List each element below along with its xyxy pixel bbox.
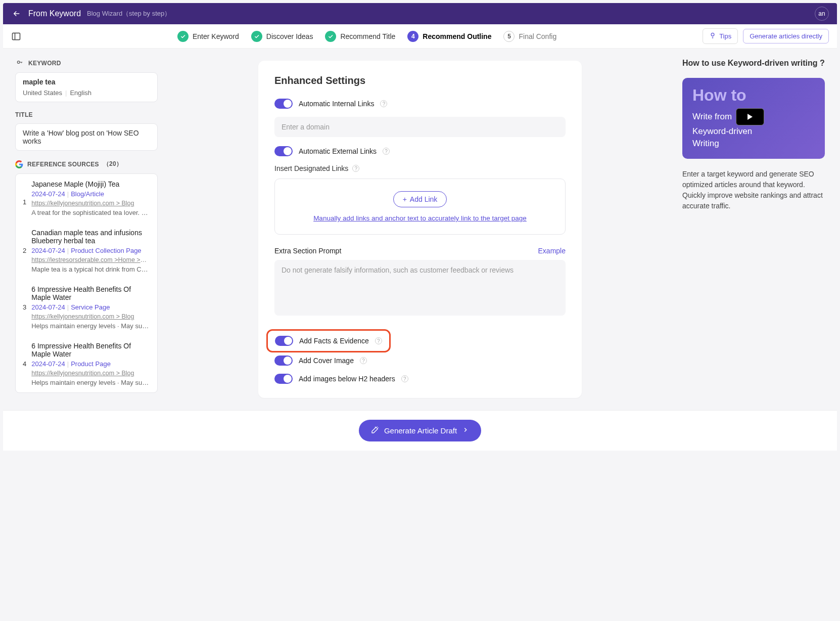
check-icon	[251, 31, 262, 42]
auto-external-label: Automatic External Links	[299, 147, 377, 155]
step-label: Recommend Title	[340, 32, 395, 40]
enhanced-settings-card: Enhanced Settings Automatic Internal Lin…	[258, 61, 582, 398]
reference-list: 1Japanese Maple (Mojiji) Tea2024-07-24|B…	[15, 173, 158, 393]
right-description: Enter a target keyword and generate SEO …	[682, 169, 825, 211]
ref-type: Service Page	[71, 303, 110, 311]
link-help-text[interactable]: Manually add links and anchor text to ac…	[287, 214, 553, 222]
header-subtitle: Blog Wizard（step by step）	[87, 9, 171, 18]
insert-links-label: Insert Designated Links ?	[274, 164, 566, 172]
help-icon[interactable]: ?	[383, 148, 390, 155]
add-h2-images-row: Add images below H2 headers ?	[274, 374, 566, 384]
video-big-text: How to	[692, 87, 815, 103]
check-icon	[177, 31, 189, 42]
stepper-bar: Enter KeywordDiscover IdeasRecommend Tit…	[3, 24, 837, 49]
add-cover-row: Add Cover Image ?	[274, 356, 566, 366]
auto-internal-toggle[interactable]	[274, 99, 293, 109]
ref-desc: Maple tea is a typical hot drink from Ca…	[31, 265, 150, 273]
example-link[interactable]: Example	[538, 247, 566, 255]
user-avatar[interactable]: an	[815, 7, 829, 21]
add-facts-highlight: Add Facts & Evidence ?	[266, 329, 391, 352]
keyword-card[interactable]: maple tea United States|English	[15, 72, 158, 102]
tutorial-video-card[interactable]: How to Write from Keyword-driven Writing	[682, 78, 825, 159]
step-1[interactable]: Enter Keyword	[177, 31, 239, 42]
ref-title: 6 Impressive Health Benefits Of Maple Wa…	[31, 285, 150, 301]
chevron-right-icon	[462, 426, 469, 435]
step-label: Enter Keyword	[193, 32, 239, 40]
ref-title: Canadian maple teas and infusions Bluebe…	[31, 229, 150, 245]
domain-input[interactable]	[274, 117, 566, 137]
ref-date: 2024-07-24	[31, 190, 65, 198]
help-icon[interactable]: ?	[352, 165, 359, 172]
auto-external-row: Automatic External Links ?	[274, 146, 566, 156]
generate-directly-button[interactable]: Generate articles directly	[743, 29, 829, 43]
step-2[interactable]: Discover Ideas	[251, 31, 313, 42]
check-icon	[325, 31, 336, 42]
generate-directly-label: Generate articles directly	[750, 32, 822, 40]
ref-date: 2024-07-24	[31, 360, 65, 368]
tips-button[interactable]: Tips	[703, 28, 738, 44]
panel-toggle-icon[interactable]	[11, 31, 21, 41]
ref-url: https://lestresorsderable.com >Home >Dri…	[31, 256, 150, 263]
ref-url: https://kellyjonesnutrition.com > Blog	[31, 370, 150, 377]
svg-point-3	[17, 61, 20, 64]
right-title: How to use Keyword-driven writing ?	[682, 59, 825, 68]
app-header: From Keyword Blog Wizard（step by step） a…	[3, 3, 837, 24]
auto-internal-row: Automatic Internal Links ?	[274, 99, 566, 109]
keyword-value: maple tea	[23, 78, 150, 86]
add-h2-images-toggle[interactable]	[274, 374, 293, 384]
right-sidebar: How to use Keyword-driven writing ? How …	[670, 49, 837, 410]
svg-rect-0	[13, 33, 20, 39]
add-facts-label: Add Facts & Evidence	[299, 337, 369, 345]
card-title: Enhanced Settings	[274, 75, 566, 86]
ref-number: 4	[23, 360, 26, 386]
step-3[interactable]: Recommend Title	[325, 31, 395, 42]
generate-draft-button[interactable]: Generate Article Draft	[359, 420, 481, 441]
auto-internal-label: Automatic Internal Links	[299, 100, 374, 108]
step-label: Discover Ideas	[266, 32, 313, 40]
ref-url: https://kellyjonesnutrition.com > Blog	[31, 313, 150, 320]
ref-title: Japanese Maple (Mojiji) Tea	[31, 180, 150, 188]
add-link-button[interactable]: + Add Link	[393, 191, 447, 207]
extra-prompt-textarea[interactable]	[274, 260, 566, 316]
auto-external-toggle[interactable]	[274, 146, 293, 156]
step-4[interactable]: 4Recommend Outline	[407, 31, 491, 42]
add-h2-images-label: Add images below H2 headers	[299, 375, 395, 383]
extra-prompt-label: Extra Section Prompt	[274, 247, 341, 255]
plus-icon: +	[403, 195, 407, 203]
ref-desc: A treat for the sophisticated tea lover.…	[31, 209, 150, 216]
ref-type: Product Page	[71, 360, 111, 368]
help-icon[interactable]: ?	[380, 100, 387, 107]
wand-icon	[371, 426, 379, 435]
step-number-icon: 4	[407, 31, 418, 42]
reference-item[interactable]: 2Canadian maple teas and infusions Blueb…	[16, 223, 157, 279]
header-title: From Keyword	[28, 9, 81, 18]
ref-date: 2024-07-24	[31, 247, 65, 254]
help-icon[interactable]: ?	[360, 357, 367, 364]
play-button[interactable]	[736, 108, 764, 125]
key-icon	[15, 59, 24, 67]
generate-draft-label: Generate Article Draft	[384, 426, 457, 435]
google-icon	[15, 160, 23, 168]
ref-number: 2	[23, 247, 26, 273]
insert-links-box: + Add Link Manually add links and anchor…	[274, 179, 566, 235]
play-icon	[748, 114, 753, 120]
ref-number: 3	[23, 303, 26, 330]
title-card[interactable]: Write a 'How' blog post on 'How SEO work…	[15, 123, 158, 151]
help-icon[interactable]: ?	[375, 337, 382, 344]
ref-type: Blog/Article	[71, 190, 104, 198]
keyword-section-label: KEYWORD	[15, 59, 158, 67]
step-5[interactable]: 5Final Config	[503, 31, 556, 42]
help-icon[interactable]: ?	[401, 375, 408, 382]
step-label: Final Config	[519, 32, 556, 40]
step-label: Recommend Outline	[423, 32, 491, 40]
back-arrow-icon[interactable]	[11, 9, 22, 18]
add-cover-toggle[interactable]	[274, 356, 293, 366]
reference-item[interactable]: 1Japanese Maple (Mojiji) Tea2024-07-24|B…	[16, 174, 157, 223]
ref-section-label: REFERENCE SOURCES（20）	[15, 160, 158, 168]
reference-item[interactable]: 46 Impressive Health Benefits Of Maple W…	[16, 336, 157, 392]
reference-item[interactable]: 36 Impressive Health Benefits Of Maple W…	[16, 279, 157, 336]
ref-date: 2024-07-24	[31, 303, 65, 311]
add-cover-label: Add Cover Image	[299, 357, 354, 365]
tips-label: Tips	[719, 32, 731, 40]
add-facts-toggle[interactable]	[275, 336, 293, 346]
